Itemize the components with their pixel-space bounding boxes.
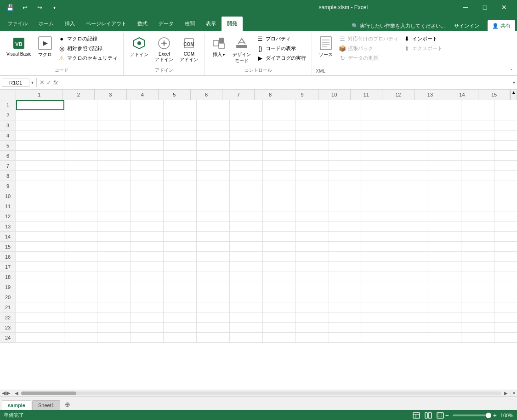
cell-r18c15[interactable] [494,272,517,282]
cell-r7c4[interactable] [131,161,164,171]
cell-r12c14[interactable] [461,211,494,221]
cell-r7c3[interactable] [97,161,131,171]
cell-r19c7[interactable] [230,282,263,292]
cell-r5c13[interactable] [428,141,461,151]
cell-r8c8[interactable] [263,171,296,181]
cell-r2c1[interactable] [16,110,64,120]
cell-r10c7[interactable] [230,191,263,201]
cell-r8c1[interactable] [16,171,64,181]
col-header-2[interactable]: 2 [62,90,95,100]
cell-r14c8[interactable] [263,232,296,242]
cell-r12c13[interactable] [428,211,461,221]
cell-r10c4[interactable] [131,191,164,201]
cell-r2c11[interactable] [362,110,395,120]
row-header-2[interactable]: 2 [0,110,16,120]
add-sheet-button[interactable]: ⊕ [61,399,74,410]
cell-r10c5[interactable] [164,191,197,201]
cell-r3c5[interactable] [164,120,197,131]
cell-r21c14[interactable] [461,302,494,312]
cell-r9c6[interactable] [197,181,230,191]
row-header-3[interactable]: 3 [0,120,16,130]
zoom-thumb[interactable] [486,413,491,418]
cell-r11c15[interactable] [494,201,517,211]
cell-r21c6[interactable] [197,302,230,312]
cell-r24c1[interactable] [16,333,64,343]
cell-r20c4[interactable] [131,292,164,302]
cell-r9c5[interactable] [164,181,197,191]
visual-basic-button[interactable]: VB Visual Basic [4,34,34,58]
cell-r8c4[interactable] [131,171,164,181]
cell-r5c2[interactable] [64,141,97,151]
cell-r20c6[interactable] [197,292,230,302]
cell-r19c8[interactable] [263,282,296,292]
formula-dropdown[interactable]: ▾ [513,80,515,85]
formula-input[interactable] [60,79,511,86]
row-header-21[interactable]: 21 [0,302,16,312]
sheet-options[interactable]: ⋯ [505,397,517,410]
col-header-11[interactable]: 11 [351,90,383,100]
cell-r16c9[interactable] [296,252,329,262]
cell-r10c8[interactable] [263,191,296,201]
cell-r23c3[interactable] [97,323,131,333]
col-header-10[interactable]: 10 [318,90,351,100]
cell-r8c15[interactable] [494,171,517,181]
cell-r1c15[interactable] [494,100,517,110]
cell-r18c7[interactable] [230,272,263,282]
cell-r2c10[interactable] [329,110,362,120]
expansion-pack-button[interactable]: 📦 拡張パック [337,44,400,53]
cell-r15c5[interactable] [164,242,197,252]
cell-r19c5[interactable] [164,282,197,292]
cell-r11c6[interactable] [197,201,230,211]
col-header-8[interactable]: 8 [255,90,287,100]
cell-r18c8[interactable] [263,272,296,282]
cell-r3c10[interactable] [329,120,362,131]
cell-r14c5[interactable] [164,232,197,242]
cell-r14c14[interactable] [461,232,494,242]
cell-r20c9[interactable] [296,292,329,302]
cell-r5c9[interactable] [296,141,329,151]
cell-r24c11[interactable] [362,333,395,343]
cell-r13c5[interactable] [164,221,197,232]
cell-r10c12[interactable] [395,191,428,201]
cell-r10c3[interactable] [97,191,131,201]
save-button[interactable]: 💾 [4,1,17,14]
cell-r2c2[interactable] [64,110,97,120]
cell-r17c5[interactable] [164,262,197,272]
cell-r21c4[interactable] [131,302,164,312]
cell-r11c5[interactable] [164,201,197,211]
cell-r19c9[interactable] [296,282,329,292]
cell-r15c6[interactable] [197,242,230,252]
cell-r11c4[interactable] [131,201,164,211]
cell-r23c10[interactable] [329,323,362,333]
cell-r15c7[interactable] [230,242,263,252]
cell-r4c14[interactable] [461,131,494,141]
cell-r2c15[interactable] [494,110,517,120]
cell-r11c13[interactable] [428,201,461,211]
cell-r9c10[interactable] [329,181,362,191]
cell-r19c1[interactable] [16,282,64,292]
cell-r23c9[interactable] [296,323,329,333]
cell-r11c1[interactable] [16,201,64,211]
cell-r8c5[interactable] [164,171,197,181]
cell-r12c10[interactable] [329,211,362,221]
cell-r24c12[interactable] [395,333,428,343]
cell-r1c2[interactable] [64,100,97,110]
cell-r15c12[interactable] [395,242,428,252]
cell-r9c9[interactable] [296,181,329,191]
cell-r22c9[interactable] [296,312,329,323]
cell-r12c7[interactable] [230,211,263,221]
cell-r2c8[interactable] [263,110,296,120]
cell-r7c2[interactable] [64,161,97,171]
cell-r15c2[interactable] [64,242,97,252]
cell-r21c8[interactable] [263,302,296,312]
cell-r16c11[interactable] [362,252,395,262]
cell-r10c2[interactable] [64,191,97,201]
tab-pagelayout[interactable]: ページレイアウト [80,17,132,31]
cell-r3c11[interactable] [362,120,395,131]
cell-r2c5[interactable] [164,110,197,120]
cell-r4c9[interactable] [296,131,329,141]
cell-r13c13[interactable] [428,221,461,232]
cell-r16c14[interactable] [461,252,494,262]
cell-r1c1[interactable] [16,100,64,110]
cell-r11c2[interactable] [64,201,97,211]
